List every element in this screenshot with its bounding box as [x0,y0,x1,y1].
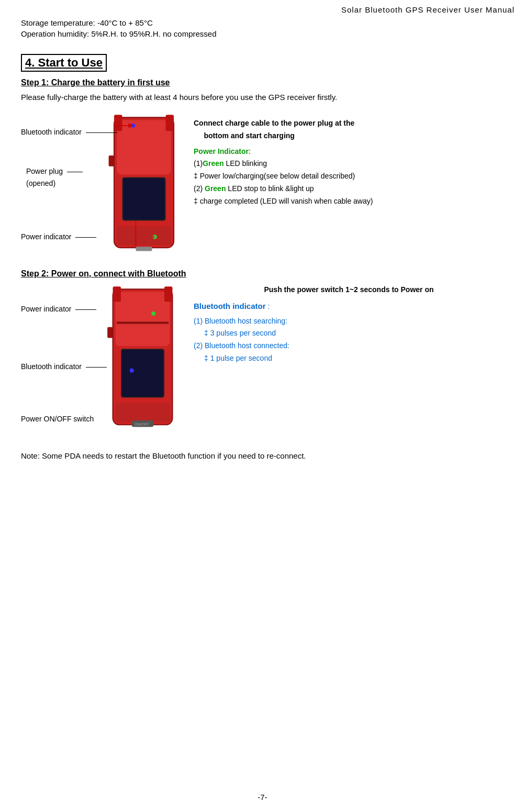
diagram2-right: Push the power switch 1~2 seconds to Pow… [183,284,504,365]
svg-rect-10 [109,155,114,166]
svg-rect-19 [113,286,121,302]
svg-rect-4 [117,226,171,245]
svg-rect-15 [116,292,170,347]
page-content: Storage temperature: -40°C to + 85°C Ope… [0,18,525,481]
bt-3-pulses: ‡ 3 pulses per second [194,327,504,340]
svg-rect-3 [124,179,165,220]
diagram1-right: Connect charge cable to the power plug a… [183,112,504,208]
svg-point-7 [131,124,135,128]
step1-intro: Please fully-charge the battery with at … [21,93,504,102]
power-indicator-label1: Power indicator [21,232,96,241]
svg-text:ON/OFF: ON/OFF [135,422,149,427]
charge-completed: ‡ charge completed (LED will vanish when… [194,195,504,208]
opened-label: (opened) [26,179,55,187]
bt-indicator-label2: Bluetooth indicator [21,362,107,371]
power-indicator-label2: Power indicator [21,305,96,313]
bt-host-connected: (2) Bluetooth host connected: [194,340,504,352]
bt-indicator-title-line: Bluetooth indicator : [194,299,504,313]
green-led-stop: (2) Green LED stop to blink &light up [194,183,504,195]
svg-rect-25 [107,327,113,338]
svg-rect-26 [117,322,169,324]
step1-title: Step 1: Charge the battery in first use [21,78,504,87]
connect-title: Connect charge cable to the power plug a… [194,117,504,142]
power-low-charging: ‡ Power low/charging(see below detail de… [194,170,504,183]
svg-rect-20 [164,286,173,302]
section-title: 4. Start to Use [21,54,107,72]
svg-rect-6 [165,115,174,131]
svg-point-22 [130,369,134,373]
power-switch-label: Power ON/OFF switch [21,415,94,423]
power-plug-label: Power plug [26,167,83,175]
green-led-blinking: (1)Green LED blinking [194,158,504,170]
diagram1-section: Bluetooth indicator Power plug (opened) … [21,112,504,264]
bt-indicator-label1: Bluetooth indicator [21,128,117,136]
device-image-2: ON/OFF [102,284,183,437]
svg-rect-18 [116,403,170,422]
storage-line: Storage temperature: -40°C to + 85°C [21,18,504,27]
power-indicator-line: Power Indicator: [194,146,504,158]
step2-title: Step 2: Power on, connect with Bluetooth [21,269,504,279]
page-header: Solar Bluetooth GPS Receiver User Manual [0,0,525,18]
diagram2-section: Power indicator Bluetooth indicator Powe… [21,284,504,441]
page-footer: -7- [0,793,525,802]
bt-1-pulse: ‡ 1 pulse per second [194,352,504,365]
document-title: Solar Bluetooth GPS Receiver User Manual [341,5,515,14]
svg-rect-1 [117,120,171,175]
bt-host-searching: (1) Bluetooth host searching: [194,315,504,328]
note-text: Note: Some PDA needs to restart the Blue… [21,451,504,460]
page-number: -7- [258,793,267,802]
svg-rect-17 [122,350,163,396]
svg-point-21 [151,312,155,316]
humidity-line: Operation humidity: 5%R.H. to 95%R.H. no… [21,29,504,38]
device-svg-2: ON/OFF [102,284,183,436]
push-power-text: Push the power switch 1~2 seconds to Pow… [194,284,504,296]
svg-rect-9 [136,247,152,251]
